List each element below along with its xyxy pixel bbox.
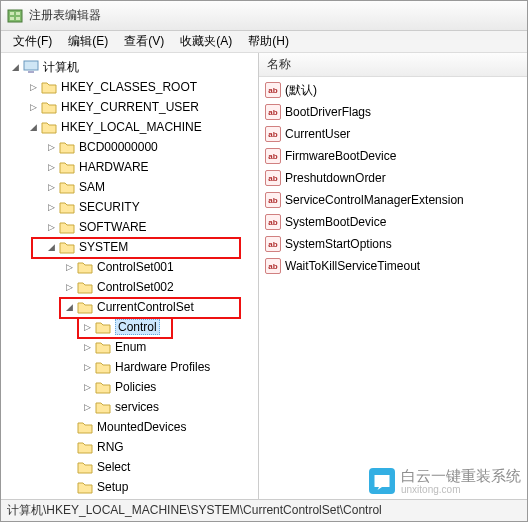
folder-icon: [77, 440, 93, 454]
tree-node-hardware[interactable]: ▷ HARDWARE: [1, 157, 258, 177]
folder-icon: [41, 120, 57, 134]
folder-icon: [59, 220, 75, 234]
expand-icon[interactable]: ▷: [63, 261, 75, 273]
content-area: ◢ 计算机 ▷ HKEY_CLASSES_ROOT ▷ HKEY_CURRENT…: [1, 53, 527, 499]
string-value-icon: ab: [265, 214, 281, 230]
expand-icon[interactable]: ▷: [81, 321, 93, 333]
tree-node-sam[interactable]: ▷ SAM: [1, 177, 258, 197]
svg-rect-2: [16, 12, 20, 15]
titlebar: 注册表编辑器: [1, 1, 527, 31]
tree-node-policies[interactable]: ▷ Policies: [1, 377, 258, 397]
collapse-icon[interactable]: ◢: [45, 241, 57, 253]
pane-divider[interactable]: [257, 53, 262, 499]
no-toggle: [63, 481, 75, 493]
collapse-icon[interactable]: ◢: [63, 301, 75, 313]
expand-icon[interactable]: ▷: [81, 341, 93, 353]
tree-label: SECURITY: [79, 200, 140, 214]
folder-icon: [95, 400, 111, 414]
list-row[interactable]: abServiceControlManagerExtension: [259, 189, 527, 211]
tree-node-setup[interactable]: Setup: [1, 477, 258, 497]
no-toggle: [63, 461, 75, 473]
folder-icon: [77, 420, 93, 434]
tree-node-services[interactable]: ▷ services: [1, 397, 258, 417]
string-value-icon: ab: [265, 104, 281, 120]
statusbar: 计算机\HKEY_LOCAL_MACHINE\SYSTEM\CurrentCon…: [1, 499, 527, 521]
menu-file[interactable]: 文件(F): [5, 31, 60, 52]
tree-label: SOFTWARE: [79, 220, 147, 234]
expand-icon[interactable]: ▷: [27, 81, 39, 93]
list-row[interactable]: abSystemBootDevice: [259, 211, 527, 233]
tree-node-system[interactable]: ◢ SYSTEM: [1, 237, 258, 257]
menu-help[interactable]: 帮助(H): [240, 31, 297, 52]
value-name: BootDriverFlags: [285, 105, 371, 119]
list-row[interactable]: abCurrentUser: [259, 123, 527, 145]
tree-label: Enum: [115, 340, 146, 354]
value-name: CurrentUser: [285, 127, 350, 141]
tree-label: services: [115, 400, 159, 414]
expand-icon[interactable]: ▷: [27, 101, 39, 113]
svg-rect-1: [10, 12, 14, 15]
tree-node-select[interactable]: Select: [1, 457, 258, 477]
folder-icon: [41, 80, 57, 94]
expand-icon[interactable]: ▷: [45, 141, 57, 153]
expand-icon[interactable]: ▷: [81, 401, 93, 413]
folder-icon: [77, 460, 93, 474]
value-name: (默认): [285, 82, 317, 99]
folder-icon: [77, 480, 93, 494]
list-row[interactable]: ab(默认): [259, 79, 527, 101]
tree-node-enum[interactable]: ▷ Enum: [1, 337, 258, 357]
list-row[interactable]: abWaitToKillServiceTimeout: [259, 255, 527, 277]
no-toggle: [63, 421, 75, 433]
folder-icon: [95, 340, 111, 354]
list-row[interactable]: abPreshutdownOrder: [259, 167, 527, 189]
menu-favorites[interactable]: 收藏夹(A): [172, 31, 240, 52]
tree-label: RNG: [97, 440, 124, 454]
svg-rect-0: [8, 10, 22, 22]
tree-label: Policies: [115, 380, 156, 394]
menu-view[interactable]: 查看(V): [116, 31, 172, 52]
tree-node-bcd[interactable]: ▷ BCD00000000: [1, 137, 258, 157]
expand-icon[interactable]: ▷: [45, 181, 57, 193]
tree-node-hkcu[interactable]: ▷ HKEY_CURRENT_USER: [1, 97, 258, 117]
tree-node-ccs[interactable]: ◢ CurrentControlSet: [1, 297, 258, 317]
tree-node-control[interactable]: ▷ Control: [1, 317, 258, 337]
collapse-icon[interactable]: ◢: [27, 121, 39, 133]
expand-icon[interactable]: ▷: [63, 281, 75, 293]
menu-edit[interactable]: 编辑(E): [60, 31, 116, 52]
tree-node-software[interactable]: ▷ SOFTWARE: [1, 217, 258, 237]
tree-label: ControlSet001: [97, 260, 174, 274]
tree-node-hklm[interactable]: ◢ HKEY_LOCAL_MACHINE: [1, 117, 258, 137]
menubar: 文件(F) 编辑(E) 查看(V) 收藏夹(A) 帮助(H): [1, 31, 527, 53]
tree-node-mounted[interactable]: MountedDevices: [1, 417, 258, 437]
value-name: ServiceControlManagerExtension: [285, 193, 464, 207]
tree-node-cs002[interactable]: ▷ ControlSet002: [1, 277, 258, 297]
tree-label: HKEY_LOCAL_MACHINE: [61, 120, 202, 134]
list-row[interactable]: abSystemStartOptions: [259, 233, 527, 255]
expand-icon[interactable]: ▷: [81, 361, 93, 373]
expand-icon[interactable]: ▷: [81, 381, 93, 393]
list-header[interactable]: 名称: [259, 53, 527, 77]
tree-node-hwprofiles[interactable]: ▷ Hardware Profiles: [1, 357, 258, 377]
folder-icon: [95, 380, 111, 394]
tree-node-rng[interactable]: RNG: [1, 437, 258, 457]
tree-node-cs001[interactable]: ▷ ControlSet001: [1, 257, 258, 277]
string-value-icon: ab: [265, 148, 281, 164]
tree-node-security[interactable]: ▷ SECURITY: [1, 197, 258, 217]
tree-node-computer[interactable]: ◢ 计算机: [1, 57, 258, 77]
expand-icon[interactable]: ▷: [45, 161, 57, 173]
tree-label: Setup: [97, 480, 128, 494]
tree-label: HARDWARE: [79, 160, 149, 174]
tree-node-hkcr[interactable]: ▷ HKEY_CLASSES_ROOT: [1, 77, 258, 97]
tree-label: SAM: [79, 180, 105, 194]
tree-label: CurrentControlSet: [97, 300, 194, 314]
list-row[interactable]: abBootDriverFlags: [259, 101, 527, 123]
folder-icon: [59, 240, 75, 254]
folder-icon: [41, 100, 57, 114]
expand-icon[interactable]: ▷: [45, 201, 57, 213]
tree-pane: ◢ 计算机 ▷ HKEY_CLASSES_ROOT ▷ HKEY_CURRENT…: [1, 53, 259, 499]
list-row[interactable]: abFirmwareBootDevice: [259, 145, 527, 167]
tree-label: BCD00000000: [79, 140, 158, 154]
collapse-icon[interactable]: ◢: [9, 61, 21, 73]
expand-icon[interactable]: ▷: [45, 221, 57, 233]
svg-rect-6: [28, 71, 34, 73]
